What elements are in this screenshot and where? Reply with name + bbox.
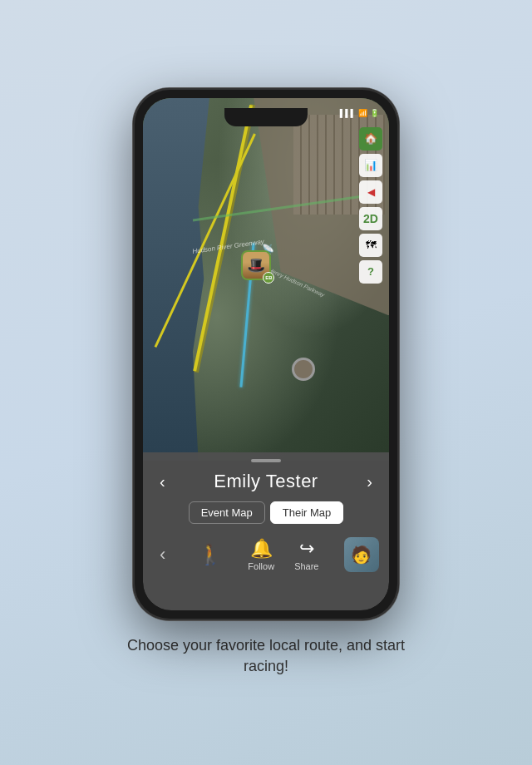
panel-name-row: ‹ Emily Tester ›	[143, 469, 389, 495]
home-button[interactable]: 🏠	[359, 127, 382, 151]
map-area[interactable]: Hudson River Greenway Henry Hudson Parkw…	[143, 98, 389, 461]
status-icons: ▌▌▌ 📶 🔋	[340, 109, 379, 117]
share-button[interactable]: ↪ Share	[294, 538, 318, 571]
wifi-icon: 📶	[358, 109, 367, 117]
chart-button[interactable]: 📊	[359, 154, 382, 177]
user-avatar[interactable]: 🧑	[344, 537, 379, 572]
page-caption: Choose your favorite local route, and st…	[125, 635, 407, 677]
map-sidebar: 🏠 📊 ◀ 2D 🗺 ?	[359, 127, 382, 284]
view-2d-label: 2D	[363, 212, 378, 225]
walker-icon: 🚶	[198, 543, 223, 566]
bottom-panel: ‹ Emily Tester › Event Map Their Map ‹ 🚶…	[143, 452, 389, 610]
follow-button[interactable]: 🔔 Follow	[248, 538, 274, 571]
event-map-tab[interactable]: Event Map	[189, 501, 265, 524]
back-arrow-button[interactable]: ‹	[153, 540, 172, 569]
panel-actions: ‹ 🚶 🔔 Follow ↪ Share 🧑	[143, 531, 389, 575]
prev-user-button[interactable]: ‹	[156, 469, 169, 495]
compass-button[interactable]: ◀	[359, 180, 382, 204]
phone-device: ▌▌▌ 📶 🔋 Hudson River Greenway Henry Huds…	[133, 88, 399, 620]
view-2d-button[interactable]: 2D	[359, 207, 382, 230]
map-background: Hudson River Greenway Henry Hudson Parkw…	[143, 98, 389, 461]
panel-tabs: Event Map Their Map	[143, 501, 389, 524]
avatar-image: 🧑	[351, 545, 372, 565]
panel-handle	[251, 459, 281, 462]
compass-icon: ◀	[367, 186, 375, 198]
user-name-label: Emily Tester	[214, 471, 318, 492]
map-button[interactable]: 🗺	[359, 234, 382, 257]
bell-icon: 🔔	[250, 538, 273, 560]
signal-icon: ▌▌▌	[340, 109, 356, 117]
action-group: 🔔 Follow ↪ Share	[248, 538, 318, 571]
their-map-tab[interactable]: Their Map	[270, 501, 344, 524]
battery-icon: 🔋	[370, 109, 379, 117]
share-icon: ↪	[299, 538, 314, 560]
help-icon: ?	[367, 265, 374, 278]
share-label: Share	[294, 561, 318, 571]
map-icon: 🗺	[366, 239, 377, 251]
help-button[interactable]: ?	[359, 260, 382, 284]
next-user-button[interactable]: ›	[363, 469, 376, 495]
user-pin[interactable]: 📡 🎩 EB	[241, 250, 271, 280]
home-icon: 🏠	[364, 132, 377, 145]
chart-icon: 📊	[364, 159, 377, 171]
map-circular-structure	[292, 358, 315, 381]
phone-notch	[224, 108, 308, 126]
phone-screen: ▌▌▌ 📶 🔋 Hudson River Greenway Henry Huds…	[143, 98, 389, 610]
follow-label: Follow	[248, 561, 274, 571]
